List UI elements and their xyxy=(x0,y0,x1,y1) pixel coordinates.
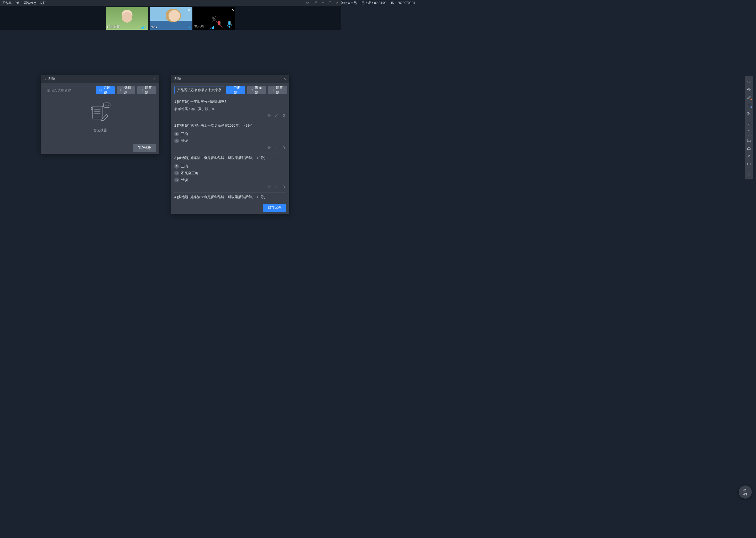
panel-title: 测验 xyxy=(174,77,283,81)
mic-icon xyxy=(188,26,191,29)
video-tile-student-1[interactable]: ✕ Nina xyxy=(150,7,192,30)
svg-rect-14 xyxy=(141,89,143,91)
svg-rect-6 xyxy=(189,27,190,28)
save-quiz-button[interactable]: 保存试卷 xyxy=(133,144,156,152)
question-title: 1 [简答题] 一年四季分别是哪四季? xyxy=(174,99,286,104)
edit-icon[interactable] xyxy=(275,146,278,149)
edit-icon[interactable] xyxy=(275,185,278,188)
camera-toggle-icon[interactable] xyxy=(306,1,310,5)
svg-point-8 xyxy=(213,17,215,19)
signal-bars-icon xyxy=(140,26,144,29)
close-window-icon[interactable] xyxy=(336,1,339,5)
svg-point-24 xyxy=(108,105,109,106)
video-tile-student-2[interactable]: ✕ 王小明 xyxy=(193,7,235,30)
option-letter: A xyxy=(174,164,179,169)
question-title: 3 [单选题] 施华洛世奇是反华品牌，所以梁鼎琪反华。（2分） xyxy=(174,155,286,160)
class-title: 神秘大自然 xyxy=(341,1,341,5)
move-icon[interactable] xyxy=(267,146,271,149)
network-status: 网络状态：良好 xyxy=(24,1,46,5)
question-title: 2 [判断题] 我国宪法上一次更新是在2020年。（2分） xyxy=(174,123,286,128)
option-text: 不完全正确 xyxy=(181,171,198,176)
settings-icon[interactable] xyxy=(313,1,317,5)
true-false-button[interactable]: 判断题 xyxy=(226,86,245,94)
move-icon[interactable] xyxy=(267,185,271,188)
svg-rect-25 xyxy=(230,89,232,91)
minimize-icon[interactable] xyxy=(321,1,324,5)
svg-rect-0 xyxy=(307,2,308,3)
quiz-panel-filled: 测验 ✕ 判断题 选择题 简答题 1 [简答题] 一年四季分别是哪四季? 参考答… xyxy=(171,75,289,214)
svg-point-26 xyxy=(251,89,253,91)
fullscreen-icon[interactable] xyxy=(328,1,332,5)
svg-point-1 xyxy=(315,2,316,3)
option-letter: C xyxy=(174,178,179,182)
option-text: 错误 xyxy=(181,178,188,182)
question-title: 4 [多选题] 施华洛世奇是反华品牌，所以梁鼎琪反华。（2分） xyxy=(174,195,286,198)
empty-state: 暂无试题 xyxy=(44,94,156,139)
participant-name: 王小明 xyxy=(194,25,204,29)
svg-point-23 xyxy=(107,105,107,106)
empty-text: 暂无试题 xyxy=(93,128,107,133)
panel-title: 测验 xyxy=(48,77,153,81)
option-letter: B xyxy=(174,171,179,176)
svg-rect-17 xyxy=(93,106,103,119)
packet-loss: 丢包率：0% xyxy=(2,1,19,5)
move-icon[interactable] xyxy=(267,114,271,117)
delete-icon[interactable] xyxy=(282,114,286,117)
choice-button[interactable]: 选择题 xyxy=(117,86,135,94)
quiz-panel-empty: 测验 ✕ 判断题 选择题 简答题 xyxy=(41,75,159,154)
mic-icon xyxy=(144,26,147,29)
delete-icon[interactable] xyxy=(282,146,286,149)
edit-icon[interactable] xyxy=(275,114,278,117)
participant-name: Nina xyxy=(151,26,157,29)
question-item: 3 [单选题] 施华洛世奇是反华品牌，所以梁鼎琪反华。（2分） A正确 B不完全… xyxy=(174,153,286,192)
svg-rect-27 xyxy=(272,89,273,91)
svg-point-22 xyxy=(105,105,106,106)
option-letter: A xyxy=(174,132,179,136)
question-item: 4 [多选题] 施华洛世奇是反华品牌，所以梁鼎琪反华。（2分） A是的 B不完全… xyxy=(174,192,286,198)
option-text: 正确 xyxy=(181,132,188,136)
tile-close-icon[interactable]: ✕ xyxy=(188,8,191,12)
svg-rect-11 xyxy=(228,21,231,26)
save-quiz-button[interactable]: 保存试卷 xyxy=(263,204,286,212)
empty-illustration-icon xyxy=(88,100,112,124)
quiz-name-input[interactable] xyxy=(44,86,94,94)
mic-muted-icon xyxy=(214,20,224,29)
back-icon[interactable] xyxy=(44,77,47,81)
svg-point-13 xyxy=(120,89,122,91)
svg-point-7 xyxy=(213,16,216,20)
option-letter: B xyxy=(174,138,179,143)
choice-button[interactable]: 选择题 xyxy=(247,86,266,94)
mic-icon xyxy=(225,20,234,29)
status-bar: 丢包率：0% 网络状态：良好 神秘大自然 已上课：02:34:09 ID：202… xyxy=(0,0,341,6)
reference-answer: 参考答案：春、夏、秋、冬 xyxy=(174,107,286,111)
option-text: 错误 xyxy=(181,138,188,143)
short-answer-button[interactable]: 简答题 xyxy=(268,86,287,94)
svg-rect-5 xyxy=(145,27,146,28)
participant-name: 叮当老师 xyxy=(107,25,120,29)
quiz-name-input[interactable] xyxy=(174,86,224,94)
svg-rect-12 xyxy=(100,89,102,91)
true-false-button[interactable]: 判断题 xyxy=(96,86,115,94)
option-text: 正确 xyxy=(181,164,188,169)
question-item: 1 [简答题] 一年四季分别是哪四季? 参考答案：春、夏、秋、冬 xyxy=(174,97,286,121)
short-answer-button[interactable]: 简答题 xyxy=(137,86,156,94)
video-row: 叮当老师 ✕ Nina ✕ 王小明 xyxy=(0,6,341,30)
delete-icon[interactable] xyxy=(282,185,286,188)
signal-bars-icon xyxy=(210,26,214,29)
question-item: 2 [判断题] 我国宪法上一次更新是在2020年。（2分） A正确 B错误 xyxy=(174,121,286,153)
close-icon[interactable]: ✕ xyxy=(153,77,156,81)
tile-close-icon[interactable]: ✕ xyxy=(231,8,234,12)
video-tile-teacher[interactable]: 叮当老师 xyxy=(106,7,148,30)
close-icon[interactable]: ✕ xyxy=(283,77,286,81)
